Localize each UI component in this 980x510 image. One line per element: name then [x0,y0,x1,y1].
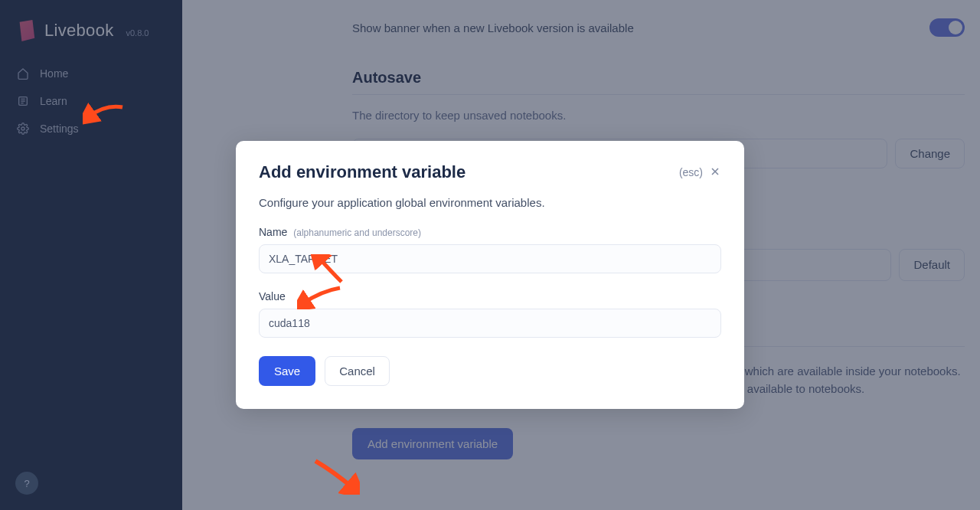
close-icon [709,165,721,180]
help-button[interactable]: ? [15,472,38,495]
name-hint: (alphanumeric and underscore) [293,227,421,238]
modal-subtitle: Configure your application global enviro… [259,196,721,209]
name-field-label: Name (alphanumeric and underscore) [259,226,721,238]
value-label-text: Value [259,290,286,302]
modal-title: Add environment variable [259,162,466,182]
name-input[interactable] [259,244,721,273]
add-env-var-modal: Add environment variable (esc) Configure… [236,141,744,409]
modal-header: Add environment variable (esc) [259,162,721,182]
modal-close[interactable]: (esc) [679,165,721,180]
cancel-button[interactable]: Cancel [325,356,390,386]
save-button[interactable]: Save [259,356,315,386]
esc-hint: (esc) [679,166,703,178]
modal-actions: Save Cancel [259,356,721,386]
name-label-text: Name [259,226,287,238]
value-input[interactable] [259,309,721,338]
value-field-label: Value [259,290,721,302]
